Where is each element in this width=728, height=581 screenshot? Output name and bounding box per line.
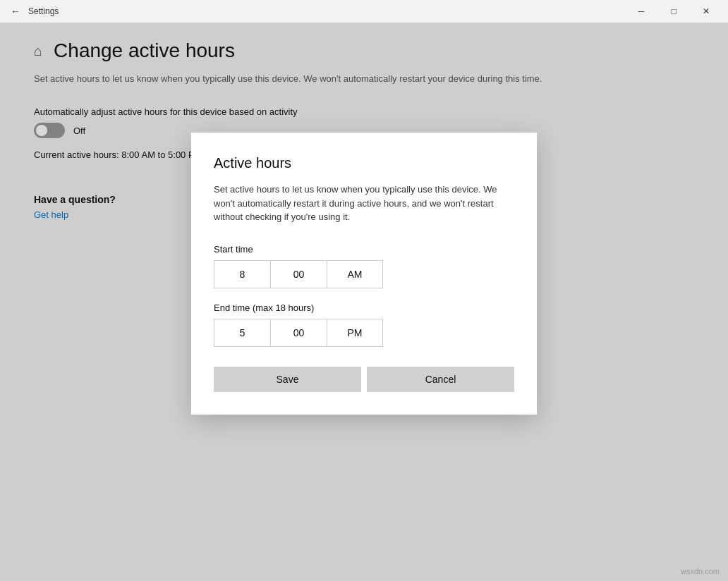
end-hour-input[interactable]: 5 <box>214 319 270 347</box>
active-hours-dialog: Active hours Set active hours to let us … <box>191 133 537 415</box>
save-button[interactable]: Save <box>214 367 361 392</box>
dialog-description: Set active hours to let us know when you… <box>214 183 514 224</box>
start-time-inputs: 8 00 AM <box>214 260 514 288</box>
end-time-inputs: 5 00 PM <box>214 319 514 347</box>
dialog-title: Active hours <box>214 155 514 171</box>
end-time-label: End time (max 18 hours) <box>214 302 514 313</box>
end-minute-input[interactable]: 00 <box>270 319 327 347</box>
start-period-input[interactable]: AM <box>327 260 383 288</box>
start-minute-input[interactable]: 00 <box>270 260 327 288</box>
titlebar-title: Settings <box>28 6 625 16</box>
cancel-button[interactable]: Cancel <box>367 367 514 392</box>
close-button[interactable]: ✕ <box>690 0 722 23</box>
start-time-label: Start time <box>214 244 514 255</box>
start-hour-input[interactable]: 8 <box>214 260 270 288</box>
start-time-section: Start time 8 00 AM <box>214 244 514 288</box>
dialog-buttons: Save Cancel <box>214 367 514 392</box>
back-button[interactable]: ← <box>6 1 25 21</box>
minimize-button[interactable]: ─ <box>625 0 657 23</box>
window-controls: ─ □ ✕ <box>625 0 722 23</box>
titlebar: ← Settings ─ □ ✕ <box>0 0 728 23</box>
end-period-input[interactable]: PM <box>327 319 383 347</box>
dialog-overlay: Active hours Set active hours to let us … <box>0 23 728 581</box>
watermark: wsxdn.com <box>681 567 720 575</box>
end-time-section: End time (max 18 hours) 5 00 PM <box>214 302 514 347</box>
maximize-button[interactable]: □ <box>657 0 690 23</box>
